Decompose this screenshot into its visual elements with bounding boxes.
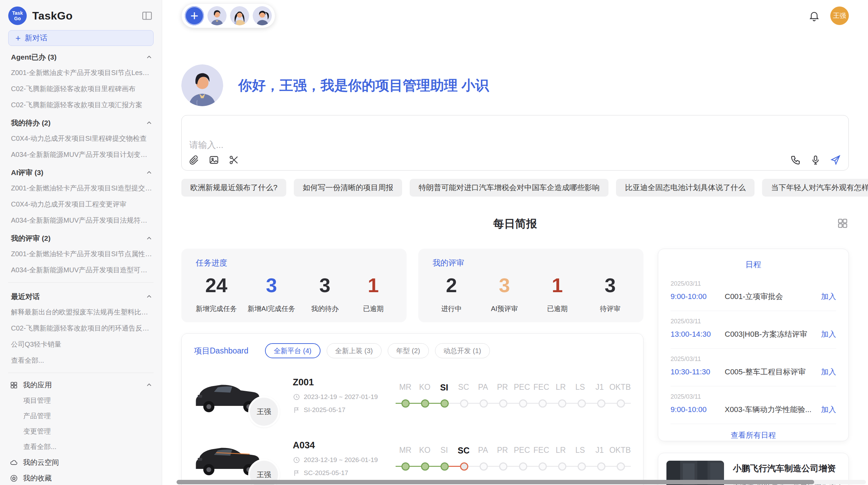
collapse-sidebar-button[interactable] xyxy=(141,9,154,22)
milestone-label-current: SI xyxy=(434,383,454,393)
cloud-icon xyxy=(10,458,18,467)
sidebar-item[interactable]: Z001-全新燃油皮卡产品开发项目SI节点Lesson Learn报告 xyxy=(8,65,154,81)
plus-icon: + xyxy=(15,33,21,43)
milestone-node xyxy=(435,462,454,471)
view-all-chats-link[interactable]: 查看全部... xyxy=(8,352,154,369)
stat-ai-prereview: 3 AI预评审 xyxy=(485,274,523,313)
filter-new-platform[interactable]: 全新平台 (4) xyxy=(265,343,321,358)
sidebar-item-my-apps[interactable]: 我的应用 xyxy=(8,377,154,393)
app-link-project-mgmt[interactable]: 项目管理 xyxy=(8,393,154,408)
stat-cards: 任务进度 24 新增完成任务 3 新增AI完成任务 3 我的待办 xyxy=(181,249,643,322)
layout-grid-icon[interactable] xyxy=(836,217,849,229)
milestone-node xyxy=(474,399,494,408)
user-avatar[interactable]: 王强 xyxy=(830,7,849,25)
composer[interactable]: 请输入... xyxy=(181,115,849,171)
horizontal-scrollbar[interactable] xyxy=(177,480,866,484)
scrollbar-thumb[interactable] xyxy=(177,480,814,484)
phone-icon[interactable] xyxy=(790,154,801,165)
suggestion-chip[interactable]: 特朗普可能对进口汽车增税会对中国车企造成哪些影响 xyxy=(410,179,608,197)
divider xyxy=(8,373,154,373)
section-my-review[interactable]: 我的评审 (2) xyxy=(8,228,154,246)
star-badge-icon xyxy=(10,474,18,483)
project-photo: 王强 xyxy=(194,373,268,417)
sidebar-item[interactable]: C0X4-动力总成开发项目工程变更评审 xyxy=(8,196,154,212)
filter-powertrain[interactable]: 动总开发 (1) xyxy=(435,343,490,358)
chevron-up-icon[interactable] xyxy=(145,169,153,176)
join-button[interactable]: 加入 xyxy=(821,329,836,339)
agent-avatar-3[interactable] xyxy=(253,6,272,25)
image-icon[interactable] xyxy=(208,154,219,165)
chevron-up-icon[interactable] xyxy=(145,53,153,61)
sidebar-item[interactable]: C02-飞腾新能源轻客改款项目立项汇报方案 xyxy=(8,97,154,113)
chevron-up-icon[interactable] xyxy=(145,381,153,389)
project-row-a034[interactable]: 王强 A034 2023-12-19 ~ 2026-01-19 SC-2025-… xyxy=(194,436,631,480)
stat-label: 新增AI完成任务 xyxy=(248,304,295,313)
join-button[interactable]: 加入 xyxy=(821,405,836,415)
clock-icon xyxy=(293,456,300,464)
suggestion-chip[interactable]: 如何写一份清晰的项目周报 xyxy=(294,179,402,197)
milestone-node xyxy=(611,399,631,408)
app-link-product-mgmt[interactable]: 产品管理 xyxy=(8,408,154,424)
project-row-z001[interactable]: 王强 Z001 2023-12-19 ~ 2027-01-19 SI-2025-… xyxy=(194,373,631,417)
recent-chat-item[interactable]: C02-飞腾新能源轻客改款项目的闭环通告反馈情况 xyxy=(8,320,154,336)
recent-chat-item[interactable]: 解释最新出台的欧盟报废车法规再生塑料比例被调至15%... xyxy=(8,304,154,320)
stat-value: 3 xyxy=(485,274,523,297)
dashboard-title: 项目Dashboard xyxy=(194,346,249,356)
section-recent-chats[interactable]: 最近对话 xyxy=(8,287,154,304)
view-all-schedule-link[interactable]: 查看所有日程 xyxy=(671,424,836,440)
sidebar-item[interactable]: A034-全新新能源MUV产品开发项目计划变更表编写 xyxy=(8,147,154,163)
milestone-node xyxy=(415,462,435,471)
chevron-up-icon[interactable] xyxy=(145,119,153,127)
send-icon[interactable] xyxy=(830,154,841,165)
milestone-node xyxy=(396,399,415,408)
chevron-up-icon[interactable] xyxy=(145,293,153,300)
filter-new-body[interactable]: 全新上装 (3) xyxy=(327,343,382,358)
project-owner-badge: 王强 xyxy=(248,396,280,427)
sidebar-item[interactable]: Z001-全新燃油轻卡产品开发项目SI造型提交物评审 xyxy=(8,180,154,196)
milestone-label: OKTB xyxy=(609,446,631,456)
milestone-node xyxy=(552,462,572,471)
milestone-node xyxy=(396,462,415,471)
agent-avatar-1[interactable] xyxy=(207,6,227,25)
sidebar-item[interactable]: A034-全新新能源MUV产品开发项目造型可行性评审 xyxy=(8,262,154,278)
section-my-todo[interactable]: 我的待办 (2) xyxy=(8,113,154,130)
suggestion-chip[interactable]: 比亚迪全固态电池计划具体说了什么 xyxy=(616,179,755,197)
sidebar-item-favorites[interactable]: 我的收藏 xyxy=(8,470,154,485)
composer-attach-group xyxy=(189,154,239,165)
recent-chat-item[interactable]: 公司Q3轻卡销量 xyxy=(8,336,154,352)
milestone-node xyxy=(572,399,592,408)
milestone-node xyxy=(552,399,572,408)
milestone-node xyxy=(455,399,474,408)
app-link-change-mgmt[interactable]: 变更管理 xyxy=(8,424,154,439)
milestone-node xyxy=(513,462,533,471)
add-agent-button[interactable]: + xyxy=(185,6,204,25)
app-logo: Task Go xyxy=(8,7,27,25)
sidebar-item[interactable]: C0X4-动力总成开发项目SI里程碑提交物检查 xyxy=(8,130,154,147)
chevron-up-icon[interactable] xyxy=(145,235,153,242)
section-ai-review[interactable]: AI评审 (3) xyxy=(8,163,154,180)
sidebar-item[interactable]: C02-飞腾新能源轻客改款项目里程碑画布 xyxy=(8,81,154,97)
section-agent-done[interactable]: Agent已办 (3) xyxy=(8,47,154,65)
composer-input[interactable]: 请输入... xyxy=(182,139,848,154)
new-chat-button[interactable]: + 新对话 xyxy=(8,30,154,46)
sidebar-item[interactable]: Z001-全新燃油轻卡产品开发项目SI节点属性5D文件评审 xyxy=(8,246,154,262)
project-dates: 2023-12-19 ~ 2027-01-19 xyxy=(304,393,378,401)
sidebar-item-cloud-space[interactable]: 我的云空间 xyxy=(8,455,154,470)
assistant-avatar xyxy=(181,64,223,106)
agent-avatar-2[interactable] xyxy=(230,6,249,25)
join-button[interactable]: 加入 xyxy=(821,367,836,377)
milestone-label: PR xyxy=(493,446,512,456)
scissors-icon[interactable] xyxy=(228,154,239,165)
view-all-apps-link[interactable]: 查看全部... xyxy=(8,439,154,455)
schedule-name: C005-整车工程目标评审 xyxy=(725,367,816,377)
paperclip-icon[interactable] xyxy=(189,154,200,165)
stat-value: 24 xyxy=(196,274,237,297)
stat-new-ai-done: 3 新增AI完成任务 xyxy=(248,274,295,313)
mic-icon[interactable] xyxy=(810,154,821,165)
bell-icon[interactable] xyxy=(808,10,820,22)
suggestion-chip[interactable]: 欧洲新规最近颁布了什么? xyxy=(181,179,286,197)
suggestion-chip[interactable]: 当下年轻人对汽车外观有怎样的喜好趋势 xyxy=(762,179,868,197)
join-button[interactable]: 加入 xyxy=(821,291,836,302)
sidebar-item[interactable]: A034-全新新能源MUV产品开发项目法规符合性评审 xyxy=(8,212,154,228)
filter-model-year[interactable]: 年型 (2) xyxy=(388,343,429,358)
